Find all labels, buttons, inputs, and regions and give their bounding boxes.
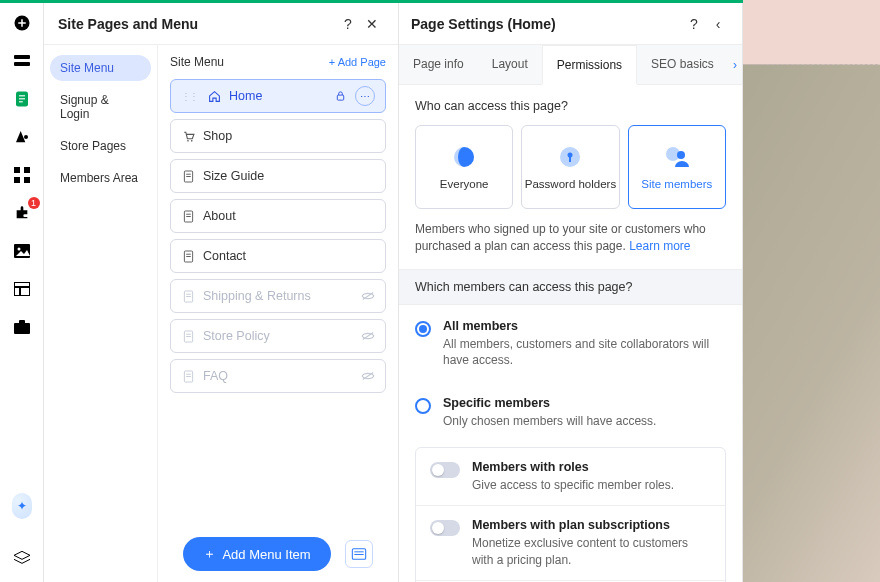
access-description: Members who signed up to your site or cu… [415,221,726,255]
svg-rect-11 [24,177,30,183]
toggle-desc: Give access to specific member roles. [472,477,674,493]
toggle-subscriptions[interactable]: Members with plan subscriptions Monetize… [416,506,725,580]
tab-seo[interactable]: SEO basics [637,45,728,84]
switch-icon[interactable] [430,462,460,478]
menu-item-shipping[interactable]: Shipping & Returns [170,279,386,313]
back-icon[interactable]: ‹ [706,12,730,36]
svg-rect-18 [19,320,25,324]
more-icon[interactable]: ⋯ [355,86,375,106]
menu-item-size-guide[interactable]: Size Guide [170,159,386,193]
svg-point-20 [187,140,189,142]
radio-specific-members[interactable]: Specific members Only chosen members wil… [399,382,742,443]
switch-icon[interactable] [430,520,460,536]
plugins-icon[interactable] [12,203,32,223]
add-menu-item-button[interactable]: ＋Add Menu Item [183,537,330,571]
card-label: Everyone [440,178,489,190]
menu-settings-icon[interactable] [345,540,373,568]
tab-layout[interactable]: Layout [478,45,542,84]
members-heading: Which members can access this page? [399,269,742,305]
menu-item-faq[interactable]: FAQ [170,359,386,393]
tab-page-info[interactable]: Page info [399,45,478,84]
svg-rect-9 [24,167,30,173]
hidden-icon [361,289,375,303]
radio-icon[interactable] [415,321,431,337]
pages-panel: Site Pages and Menu ? ✕ Site Menu Signup… [44,3,399,582]
access-password[interactable]: Password holders [521,125,619,209]
svg-rect-1 [14,55,30,59]
ai-icon[interactable]: ✦ [12,496,32,516]
member-icon [664,144,690,170]
pages-panel-title: Site Pages and Menu [58,16,336,32]
apps-icon[interactable] [12,165,32,185]
settings-body: Who can access this page? Everyone Passw… [399,85,742,582]
home-icon [207,89,221,103]
nav-members-area[interactable]: Members Area [50,165,151,191]
lock-icon [557,144,583,170]
access-members[interactable]: Site members [628,125,726,209]
svg-point-21 [190,140,192,142]
menu-item-about[interactable]: About [170,199,386,233]
business-icon[interactable] [12,317,32,337]
radio-desc: All members, customers and site collabor… [443,336,726,368]
svg-point-13 [17,248,20,251]
page-icon [181,249,195,263]
stack-icon[interactable] [12,51,32,71]
menu-item-label: About [203,209,236,223]
design-icon[interactable] [12,127,32,147]
toggle-desc: Monetize exclusive content to customers … [472,535,711,567]
layout-icon[interactable] [12,279,32,299]
help-icon[interactable]: ? [682,12,706,36]
radio-title: Specific members [443,396,656,410]
pages-icon[interactable] [12,89,32,109]
svg-rect-10 [14,177,20,183]
menu-item-home[interactable]: ⋮⋮ Home ⋯ [170,79,386,113]
canvas-preview [743,0,880,582]
menu-item-policy[interactable]: Store Policy [170,319,386,353]
nav-store-pages[interactable]: Store Pages [50,133,151,159]
svg-rect-2 [14,62,30,66]
pages-nav: Site Menu Signup & Login Store Pages Mem… [44,45,158,582]
card-label: Password holders [525,178,616,190]
add-menu-item-label: Add Menu Item [222,547,310,562]
menu-list: ⋮⋮ Home ⋯ Shop Size Guide Abou [170,79,386,393]
drag-handle-icon[interactable]: ⋮⋮ [181,91,197,102]
plus-icon: ＋ [203,545,216,563]
add-icon[interactable] [12,13,32,33]
cart-icon [181,129,195,143]
menu-item-label: Contact [203,249,246,263]
help-icon[interactable]: ? [336,12,360,36]
add-page-link[interactable]: + Add Page [329,56,386,68]
access-question: Who can access this page? [415,99,726,113]
card-label: Site members [641,178,712,190]
radio-icon[interactable] [415,398,431,414]
settings-title: Page Settings (Home) [411,16,682,32]
page-icon [181,209,195,223]
tabs-scroll-right-icon[interactable]: › [728,45,742,84]
page-icon [181,329,195,343]
close-icon[interactable]: ✕ [360,12,384,36]
nav-signup-login[interactable]: Signup & Login [50,87,151,127]
toggle-title: Members with plan subscriptions [472,518,711,532]
media-icon[interactable] [12,241,32,261]
svg-rect-49 [569,156,571,162]
hidden-icon [361,329,375,343]
svg-point-51 [677,151,685,159]
nav-site-menu[interactable]: Site Menu [50,55,151,81]
access-everyone[interactable]: Everyone [415,125,513,209]
layers-icon[interactable] [12,548,32,568]
learn-more-link[interactable]: Learn more [629,239,690,253]
menu-item-contact[interactable]: Contact [170,239,386,273]
menu-footer: ＋Add Menu Item [158,526,398,582]
tab-permissions[interactable]: Permissions [542,45,637,85]
menu-item-shop[interactable]: Shop [170,119,386,153]
svg-rect-45 [354,554,363,555]
radio-all-members[interactable]: All members All members, customers and s… [399,305,742,382]
menu-section-title: Site Menu [170,55,329,69]
page-icon [181,289,195,303]
hidden-icon [361,369,375,383]
toggle-roles[interactable]: Members with roles Give access to specif… [416,448,725,506]
menu-item-label: Home [229,89,262,103]
settings-tabs: Page info Layout Permissions SEO basics … [399,45,742,85]
tool-rail: ✦ [0,3,44,582]
page-icon [181,169,195,183]
